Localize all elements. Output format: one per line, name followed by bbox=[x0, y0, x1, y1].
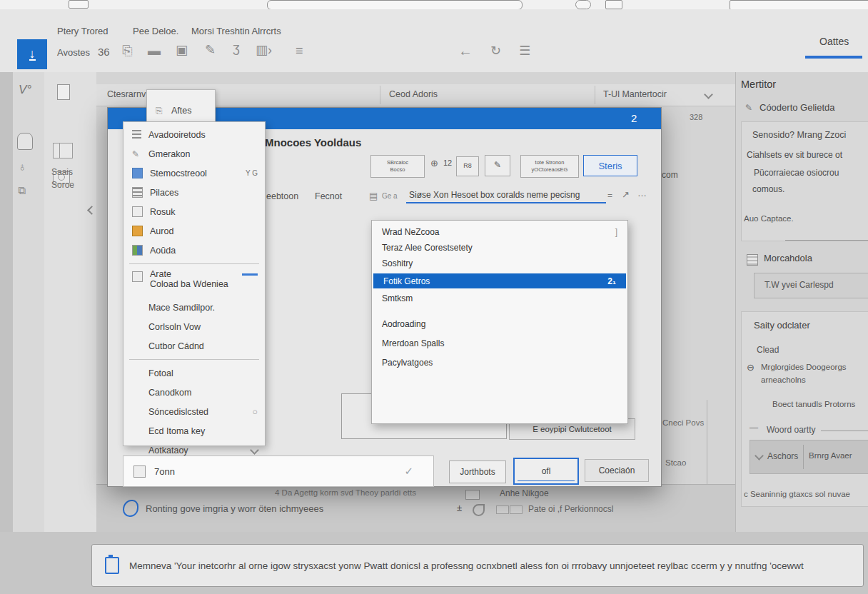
header-col-3[interactable]: Ceod Adoris bbox=[389, 89, 438, 99]
pen-icon[interactable] bbox=[605, 0, 622, 9]
card1-note: Auo Captace. bbox=[744, 214, 794, 223]
dialog-tab-2[interactable]: Fecnot bbox=[315, 191, 342, 201]
dialog-tab-1[interactable]: eebtoon bbox=[266, 191, 298, 201]
panel-subtitle[interactable]: Cóoderto Gelietda bbox=[760, 102, 835, 113]
grid-icon[interactable]: ▤ bbox=[369, 191, 378, 201]
zoom-plus-icon[interactable]: ⊕ bbox=[430, 158, 438, 168]
dialog-heading: Mnocoes Yooldaus bbox=[265, 136, 361, 148]
menu-item[interactable]: Fotoal bbox=[123, 363, 265, 383]
layout-pane-icon[interactable] bbox=[53, 143, 73, 158]
dropdown-item[interactable]: Aodroading bbox=[372, 314, 627, 333]
dropdown-item-selected[interactable]: Fotik Getros 2₁ bbox=[373, 273, 626, 288]
section-word: Woord oartty bbox=[767, 425, 815, 435]
panel-input[interactable]: T.W yvei Carlespd bbox=[754, 273, 868, 298]
bg-com-text: com bbox=[662, 170, 678, 180]
rail-tag-icon[interactable]: ⧉ bbox=[18, 184, 26, 197]
menu-item[interactable]: Ecd Itoma key bbox=[123, 421, 265, 441]
pen-tool-icon[interactable]: ʒ bbox=[233, 41, 240, 56]
store-button[interactable]: tote Stronon yOCtoreaosEG bbox=[520, 155, 579, 178]
menu-item[interactable]: Avadooiretods bbox=[123, 125, 265, 144]
address-bar[interactable] bbox=[267, 0, 523, 10]
dropdown-item[interactable]: Teraz Alee Corestsetety bbox=[372, 240, 627, 256]
header-col-4[interactable]: T-Ul Mantertocir bbox=[603, 89, 667, 99]
new-mail-icon[interactable]: ⎘ bbox=[122, 44, 132, 59]
menu-item[interactable]: Aurod bbox=[123, 221, 265, 241]
menu-item[interactable]: Corlsoln Vow bbox=[123, 317, 265, 336]
menu-item[interactable]: Rosuk bbox=[123, 202, 265, 221]
panel-marce[interactable]: Morcahdola bbox=[764, 253, 812, 263]
side-search-box[interactable] bbox=[730, 0, 868, 10]
book-icon[interactable]: ▥› bbox=[256, 42, 272, 58]
bg-cneci-text: Cneci Povs bbox=[662, 418, 704, 427]
menu-item[interactable]: Pilaces bbox=[123, 183, 265, 202]
equals-icon[interactable]: = bbox=[607, 191, 612, 201]
refresh-icon[interactable]: ↻ bbox=[490, 43, 501, 59]
pen-icon: ✎ bbox=[745, 103, 752, 113]
header-divider bbox=[595, 86, 595, 104]
menu-item[interactable]: StemocstreoolY G bbox=[123, 163, 265, 183]
rail-contact-icon[interactable] bbox=[17, 133, 33, 150]
dropdown-gap bbox=[372, 306, 627, 314]
tab-oattes[interactable]: Oattes bbox=[819, 36, 849, 47]
section-clead[interactable]: Clead bbox=[757, 345, 779, 355]
dropdown-item[interactable]: Pacylvatgoes bbox=[372, 353, 627, 372]
more-icon[interactable]: … bbox=[637, 188, 647, 198]
app-logo-icon[interactable]: ↓ bbox=[17, 39, 47, 69]
dropdown-item[interactable]: Wrad NeZcooa ] bbox=[372, 224, 627, 240]
dropdown-item[interactable]: Mrerdoan Spalls bbox=[372, 333, 627, 353]
menu-item[interactable]: Canodkom bbox=[123, 383, 265, 402]
rail-label-1: Saais bbox=[51, 167, 73, 177]
hamburger-icon[interactable]: ☰ bbox=[519, 43, 530, 59]
avostes-count: 36 bbox=[98, 46, 110, 58]
menu-item[interactable]: Aoūda bbox=[123, 241, 265, 260]
strip-line-1: 4 Da Agettg korm svd Theoy parldi etts bbox=[275, 488, 416, 497]
menu-item[interactable]: Sóncedislcsted○ bbox=[123, 402, 265, 421]
dialog-help-button[interactable]: 2 bbox=[631, 112, 637, 124]
r8-button[interactable]: R8 bbox=[456, 156, 479, 176]
panel-title: Mertitor bbox=[741, 79, 776, 90]
menu-item[interactable]: ArateCoload ba Wdeniea bbox=[123, 268, 265, 298]
ribbon-menu-1[interactable]: Ptery Trored bbox=[57, 26, 108, 36]
signature-button[interactable]: SBrcaloc Bocso bbox=[370, 155, 425, 178]
aftes-item[interactable]: Aftes bbox=[171, 106, 192, 116]
panel-dropdown[interactable]: Aschors Brnrg Avaer bbox=[750, 440, 868, 474]
chevron-down-icon bbox=[250, 446, 259, 455]
back-arrow-icon[interactable]: ← bbox=[458, 43, 473, 59]
rail-calendar-icon[interactable]: ♁ bbox=[18, 161, 26, 173]
page-icon bbox=[132, 206, 143, 217]
header-col-1[interactable]: Ctesrarnv bbox=[107, 89, 146, 99]
word-line bbox=[821, 431, 868, 431]
menu-item[interactable]: Mace Samdilpor. bbox=[123, 298, 265, 317]
header-divider bbox=[380, 86, 380, 104]
plus-minus-icon[interactable]: ± bbox=[457, 503, 462, 513]
section-footnote: c Seaninnig gtaxcs sol nuvae bbox=[744, 490, 850, 498]
menu-item[interactable]: ✎Gmerakon bbox=[123, 144, 265, 163]
edit-button[interactable]: ✎ bbox=[485, 155, 510, 176]
ok-button[interactable]: ofl bbox=[513, 458, 579, 485]
signature-icon[interactable]: ✎ bbox=[205, 42, 216, 58]
menu-divider bbox=[129, 359, 259, 360]
menu-footer[interactable]: 7onn ✓ bbox=[123, 455, 434, 487]
ribbon-menu-3[interactable]: Morsi Treshtin Alrrcrts bbox=[191, 26, 281, 36]
rail-mail-icon[interactable]: V° bbox=[19, 83, 31, 97]
dropdown-item[interactable]: Smtksm bbox=[372, 291, 627, 306]
clipboard-icon[interactable] bbox=[57, 84, 70, 100]
steris-button[interactable]: Steris bbox=[583, 155, 637, 176]
jorthbots-button[interactable]: Jorthbots bbox=[449, 460, 506, 483]
ge-icon: Ge a bbox=[382, 192, 398, 200]
account-icon[interactable] bbox=[575, 0, 591, 9]
dropdown-item[interactable]: Soshitry bbox=[372, 256, 627, 271]
minimize-strip-icon[interactable]: ▬ bbox=[148, 44, 161, 59]
pen-icon: ✎ bbox=[132, 149, 141, 158]
dialog-search-input[interactable]: Siøse Xon Hesoet box coralds neme pecisn… bbox=[406, 188, 606, 203]
reading-pane-icon[interactable]: ▣ bbox=[176, 42, 188, 58]
top-tab-box[interactable] bbox=[69, 0, 89, 9]
card1-line1: Senosido? Mrang Zzoci bbox=[752, 130, 846, 140]
ribbon-menu-2[interactable]: Pee Deloe. bbox=[133, 26, 178, 36]
avostes-label[interactable]: Avostes bbox=[57, 47, 90, 58]
list-icon[interactable]: ≡ bbox=[296, 44, 303, 59]
menu-item[interactable]: Cutbor Cádnd bbox=[123, 336, 265, 356]
section-g2: arneacholns bbox=[761, 376, 806, 384]
cancel-button[interactable]: Coeciaón bbox=[585, 459, 649, 482]
expand-icon[interactable]: ↗ bbox=[622, 189, 630, 200]
